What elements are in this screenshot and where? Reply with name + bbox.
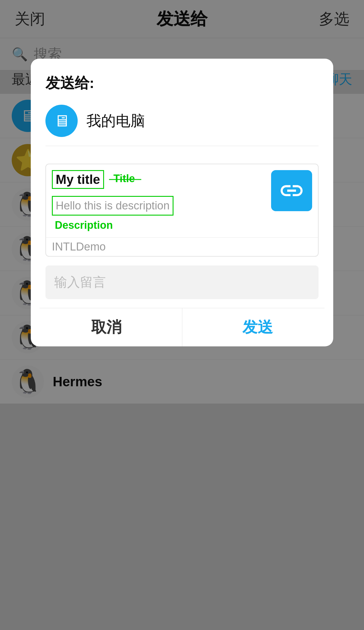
- recipient-avatar: 🖥: [45, 105, 78, 137]
- cancel-button[interactable]: 取消: [31, 308, 182, 346]
- dialog-header: 发送给: 🖥 我的电脑: [31, 59, 333, 155]
- link-thumbnail: [271, 170, 312, 211]
- message-input-area[interactable]: 输入留言: [45, 265, 319, 299]
- description-annotation: Description: [52, 219, 265, 231]
- dialog-buttons: 取消 发送: [31, 308, 333, 346]
- message-input-placeholder: 输入留言: [54, 275, 106, 289]
- dialog-title: 发送给:: [45, 73, 319, 93]
- link-source: INTLDemo: [46, 237, 318, 256]
- link-title-box: My title: [52, 170, 104, 189]
- link-card-text: My title Title Hello this is description…: [52, 170, 265, 231]
- send-dialog: 发送给: 🖥 我的电脑 My title Title: [31, 59, 333, 346]
- title-annotation-arrow: [109, 177, 144, 182]
- send-button[interactable]: 发送: [182, 308, 334, 346]
- link-title: My title: [56, 172, 100, 187]
- recipient-name: 我的电脑: [86, 111, 145, 131]
- link-card-inner: My title Title Hello this is description…: [46, 164, 318, 237]
- monitor-icon: 🖥: [54, 111, 70, 130]
- chain-icon: [278, 177, 305, 204]
- description-section: Hello this is description Description: [52, 196, 265, 231]
- link-desc-box: Hello this is description: [52, 196, 174, 216]
- title-section: My title Title: [52, 170, 265, 192]
- link-card-preview: My title Title Hello this is description…: [45, 164, 319, 257]
- recipient-row: 🖥 我的电脑: [45, 105, 319, 146]
- link-description: Hello this is description: [56, 199, 170, 212]
